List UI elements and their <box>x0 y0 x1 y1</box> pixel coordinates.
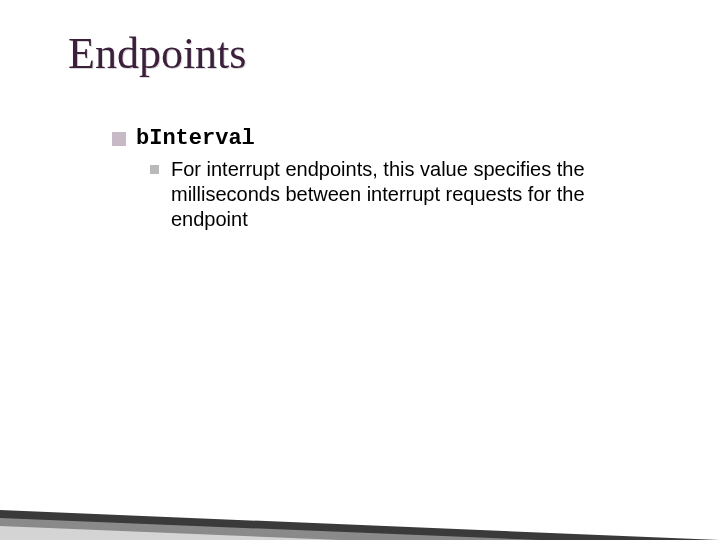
square-bullet-icon <box>150 165 159 174</box>
slide-title: Endpoints <box>68 28 246 79</box>
slide: Endpoints bInterval For interrupt endpoi… <box>0 0 720 540</box>
sub-bullet-item: For interrupt endpoints, this value spec… <box>150 157 660 232</box>
bullet-label: bInterval <box>136 126 255 151</box>
bullet-item: bInterval <box>112 126 660 151</box>
square-bullet-icon <box>112 132 126 146</box>
slide-body: bInterval For interrupt endpoints, this … <box>112 126 660 232</box>
decor-wedge-light <box>0 526 340 540</box>
sub-bullet-text: For interrupt endpoints, this value spec… <box>171 157 641 232</box>
